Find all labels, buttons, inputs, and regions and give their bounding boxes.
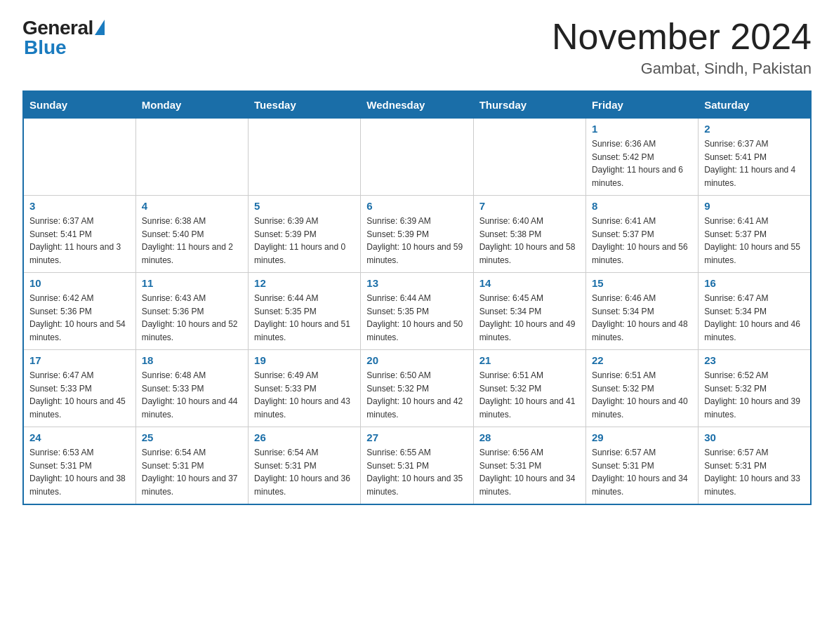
calendar-week-row: 24Sunrise: 6:53 AMSunset: 5:31 PMDayligh… xyxy=(23,427,811,504)
col-header-friday: Friday xyxy=(585,91,698,119)
calendar-week-row: 3Sunrise: 6:37 AMSunset: 5:41 PMDaylight… xyxy=(23,196,811,273)
calendar-cell: 1Sunrise: 6:36 AMSunset: 5:42 PMDaylight… xyxy=(585,119,698,196)
calendar-cell xyxy=(23,119,135,196)
calendar-cell: 5Sunrise: 6:39 AMSunset: 5:39 PMDaylight… xyxy=(249,196,361,273)
day-number: 8 xyxy=(592,200,692,212)
day-number: 30 xyxy=(704,431,805,443)
calendar-cell: 26Sunrise: 6:54 AMSunset: 5:31 PMDayligh… xyxy=(249,427,361,504)
day-info: Sunrise: 6:48 AMSunset: 5:33 PMDaylight:… xyxy=(142,370,238,420)
calendar-cell: 18Sunrise: 6:48 AMSunset: 5:33 PMDayligh… xyxy=(135,350,248,427)
day-number: 11 xyxy=(142,277,242,289)
calendar-cell: 16Sunrise: 6:47 AMSunset: 5:34 PMDayligh… xyxy=(699,273,811,350)
calendar-cell: 24Sunrise: 6:53 AMSunset: 5:31 PMDayligh… xyxy=(23,427,135,504)
calendar-cell: 13Sunrise: 6:44 AMSunset: 5:35 PMDayligh… xyxy=(361,273,473,350)
day-info: Sunrise: 6:36 AMSunset: 5:42 PMDaylight:… xyxy=(592,139,683,188)
calendar-cell: 30Sunrise: 6:57 AMSunset: 5:31 PMDayligh… xyxy=(699,427,811,504)
calendar-cell: 23Sunrise: 6:52 AMSunset: 5:32 PMDayligh… xyxy=(699,350,811,427)
calendar-cell: 22Sunrise: 6:51 AMSunset: 5:32 PMDayligh… xyxy=(585,350,698,427)
month-title: November 2024 xyxy=(552,17,812,57)
day-number: 29 xyxy=(592,431,692,443)
calendar-cell: 12Sunrise: 6:44 AMSunset: 5:35 PMDayligh… xyxy=(249,273,361,350)
calendar-cell: 10Sunrise: 6:42 AMSunset: 5:36 PMDayligh… xyxy=(23,273,135,350)
calendar-cell xyxy=(249,119,361,196)
logo: General Blue xyxy=(22,17,105,59)
calendar-cell: 6Sunrise: 6:39 AMSunset: 5:39 PMDaylight… xyxy=(361,196,473,273)
day-info: Sunrise: 6:37 AMSunset: 5:41 PMDaylight:… xyxy=(29,216,121,265)
calendar-cell: 29Sunrise: 6:57 AMSunset: 5:31 PMDayligh… xyxy=(585,427,698,504)
day-info: Sunrise: 6:39 AMSunset: 5:39 PMDaylight:… xyxy=(366,216,463,265)
day-info: Sunrise: 6:45 AMSunset: 5:34 PMDaylight:… xyxy=(479,293,576,342)
calendar-cell: 19Sunrise: 6:49 AMSunset: 5:33 PMDayligh… xyxy=(249,350,361,427)
calendar-cell: 9Sunrise: 6:41 AMSunset: 5:37 PMDaylight… xyxy=(699,196,811,273)
calendar-header-row: SundayMondayTuesdayWednesdayThursdayFrid… xyxy=(23,91,811,119)
day-info: Sunrise: 6:56 AMSunset: 5:31 PMDaylight:… xyxy=(479,448,576,497)
day-info: Sunrise: 6:51 AMSunset: 5:32 PMDaylight:… xyxy=(592,370,688,420)
day-info: Sunrise: 6:54 AMSunset: 5:31 PMDaylight:… xyxy=(254,448,350,497)
calendar-cell: 8Sunrise: 6:41 AMSunset: 5:37 PMDaylight… xyxy=(585,196,698,273)
calendar-cell: 17Sunrise: 6:47 AMSunset: 5:33 PMDayligh… xyxy=(23,350,135,427)
calendar-cell: 2Sunrise: 6:37 AMSunset: 5:41 PMDaylight… xyxy=(699,119,811,196)
day-number: 9 xyxy=(704,200,805,212)
day-info: Sunrise: 6:57 AMSunset: 5:31 PMDaylight:… xyxy=(592,448,688,497)
calendar-cell: 25Sunrise: 6:54 AMSunset: 5:31 PMDayligh… xyxy=(135,427,248,504)
calendar-week-row: 1Sunrise: 6:36 AMSunset: 5:42 PMDaylight… xyxy=(23,119,811,196)
calendar-cell: 11Sunrise: 6:43 AMSunset: 5:36 PMDayligh… xyxy=(135,273,248,350)
day-number: 25 xyxy=(142,431,242,443)
day-info: Sunrise: 6:41 AMSunset: 5:37 PMDaylight:… xyxy=(704,216,800,265)
day-info: Sunrise: 6:47 AMSunset: 5:33 PMDaylight:… xyxy=(29,370,126,420)
day-number: 2 xyxy=(704,123,805,135)
calendar-cell: 20Sunrise: 6:50 AMSunset: 5:32 PMDayligh… xyxy=(361,350,473,427)
day-info: Sunrise: 6:41 AMSunset: 5:37 PMDaylight:… xyxy=(592,216,688,265)
col-header-saturday: Saturday xyxy=(699,91,811,119)
day-info: Sunrise: 6:44 AMSunset: 5:35 PMDaylight:… xyxy=(254,293,350,342)
day-number: 15 xyxy=(592,277,692,289)
day-info: Sunrise: 6:51 AMSunset: 5:32 PMDaylight:… xyxy=(479,370,576,420)
calendar-cell: 21Sunrise: 6:51 AMSunset: 5:32 PMDayligh… xyxy=(473,350,585,427)
day-number: 12 xyxy=(254,277,355,289)
day-number: 18 xyxy=(142,354,242,366)
calendar-cell: 14Sunrise: 6:45 AMSunset: 5:34 PMDayligh… xyxy=(473,273,585,350)
day-info: Sunrise: 6:50 AMSunset: 5:32 PMDaylight:… xyxy=(366,370,463,420)
day-number: 23 xyxy=(704,354,805,366)
day-info: Sunrise: 6:53 AMSunset: 5:31 PMDaylight:… xyxy=(29,448,126,497)
logo-blue-text: Blue xyxy=(24,36,67,59)
col-header-tuesday: Tuesday xyxy=(249,91,361,119)
calendar-table: SundayMondayTuesdayWednesdayThursdayFrid… xyxy=(22,90,812,505)
day-info: Sunrise: 6:39 AMSunset: 5:39 PMDaylight:… xyxy=(254,216,345,265)
day-info: Sunrise: 6:54 AMSunset: 5:31 PMDaylight:… xyxy=(142,448,238,497)
day-number: 7 xyxy=(479,200,580,212)
day-info: Sunrise: 6:37 AMSunset: 5:41 PMDaylight:… xyxy=(704,139,795,188)
calendar-week-row: 10Sunrise: 6:42 AMSunset: 5:36 PMDayligh… xyxy=(23,273,811,350)
day-number: 16 xyxy=(704,277,805,289)
day-info: Sunrise: 6:55 AMSunset: 5:31 PMDaylight:… xyxy=(366,448,463,497)
day-info: Sunrise: 6:43 AMSunset: 5:36 PMDaylight:… xyxy=(142,293,238,342)
day-number: 17 xyxy=(29,354,130,366)
col-header-wednesday: Wednesday xyxy=(361,91,473,119)
calendar-cell xyxy=(361,119,473,196)
day-info: Sunrise: 6:42 AMSunset: 5:36 PMDaylight:… xyxy=(29,293,126,342)
day-info: Sunrise: 6:47 AMSunset: 5:34 PMDaylight:… xyxy=(704,293,800,342)
day-number: 22 xyxy=(592,354,692,366)
logo-triangle-icon xyxy=(95,20,105,35)
day-info: Sunrise: 6:52 AMSunset: 5:32 PMDaylight:… xyxy=(704,370,800,420)
day-number: 28 xyxy=(479,431,580,443)
day-info: Sunrise: 6:57 AMSunset: 5:31 PMDaylight:… xyxy=(704,448,800,497)
day-number: 4 xyxy=(142,200,242,212)
col-header-monday: Monday xyxy=(135,91,248,119)
calendar-cell: 15Sunrise: 6:46 AMSunset: 5:34 PMDayligh… xyxy=(585,273,698,350)
calendar-cell: 27Sunrise: 6:55 AMSunset: 5:31 PMDayligh… xyxy=(361,427,473,504)
day-number: 20 xyxy=(366,354,467,366)
day-number: 10 xyxy=(29,277,130,289)
col-header-thursday: Thursday xyxy=(473,91,585,119)
page-header: General Blue November 2024 Gambat, Sindh… xyxy=(22,17,812,78)
calendar-cell: 3Sunrise: 6:37 AMSunset: 5:41 PMDaylight… xyxy=(23,196,135,273)
location-text: Gambat, Sindh, Pakistan xyxy=(552,60,812,78)
calendar-cell xyxy=(135,119,248,196)
day-number: 5 xyxy=(254,200,355,212)
calendar-cell: 4Sunrise: 6:38 AMSunset: 5:40 PMDaylight… xyxy=(135,196,248,273)
day-info: Sunrise: 6:46 AMSunset: 5:34 PMDaylight:… xyxy=(592,293,688,342)
day-info: Sunrise: 6:40 AMSunset: 5:38 PMDaylight:… xyxy=(479,216,576,265)
day-number: 21 xyxy=(479,354,580,366)
calendar-week-row: 17Sunrise: 6:47 AMSunset: 5:33 PMDayligh… xyxy=(23,350,811,427)
day-number: 1 xyxy=(592,123,692,135)
